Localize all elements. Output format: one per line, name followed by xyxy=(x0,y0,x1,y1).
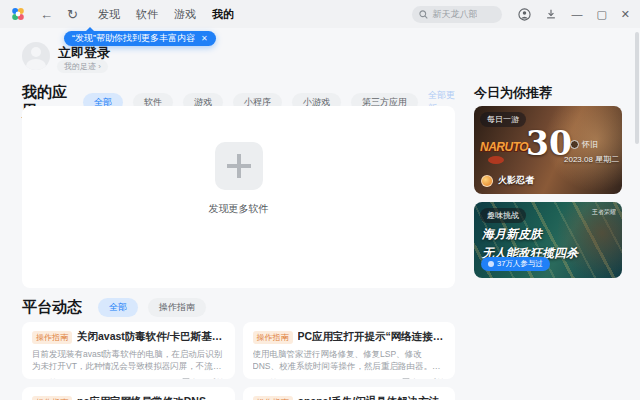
article-tag: 操作指南 xyxy=(32,331,72,344)
top-nav: 发现 软件 游戏 我的 xyxy=(98,7,234,22)
avatar[interactable] xyxy=(22,42,50,70)
news-tab-all[interactable]: 全部 xyxy=(98,298,138,317)
calendar-tag: 怀旧 xyxy=(570,139,598,150)
maximize-button[interactable]: ▢ xyxy=(596,9,606,20)
account-icon[interactable] xyxy=(518,8,531,21)
article-time: 29天前 xyxy=(253,377,278,379)
daily-game-card[interactable]: 每日一游 NARUTO 30 怀旧 2023.08 星期二 火影忍者 xyxy=(474,106,622,194)
titlebar: ← ↻ 发现 软件 游戏 我的 新天龙八部 — ▢ ✕ xyxy=(0,0,640,28)
search-placeholder: 新天龙八部 xyxy=(432,8,477,21)
search-icon xyxy=(419,10,428,19)
article-title: openal丢失/闪退具体解决方法 xyxy=(298,395,440,400)
feedback-link[interactable]: 问题反馈 xyxy=(402,377,445,379)
article-tag: 操作指南 xyxy=(253,331,293,344)
nav-tab-mine[interactable]: 我的 xyxy=(212,7,234,22)
news-title: 平台动态 xyxy=(22,298,82,317)
search-input[interactable]: 新天龙八部 xyxy=(412,6,502,23)
nav-tab-discover[interactable]: 发现 xyxy=(98,7,120,22)
feedback-link[interactable]: 问题反馈 xyxy=(182,377,225,379)
discover-more-label: 发现更多软件 xyxy=(22,202,455,216)
minimize-button[interactable]: — xyxy=(571,9,582,20)
participants-icon xyxy=(488,261,494,267)
game-avatar-icon xyxy=(481,175,493,187)
game-watermark: 王者荣耀 xyxy=(592,208,616,217)
article-title: pc应用宝网络异常修改DNS教程 xyxy=(77,395,225,400)
daily-game-badge: 每日一游 xyxy=(480,112,526,127)
feedback-bubble-icon xyxy=(402,378,410,379)
game-row: 火影忍者 xyxy=(481,174,534,187)
naruto-logo: NARUTO xyxy=(480,140,528,154)
participants-pill: 37万人参与过 xyxy=(481,257,550,271)
article-card[interactable]: 操作指南 openal丢失/闪退具体解决方法 xyxy=(243,387,456,400)
articles-grid: 操作指南 关闭avast防毒软件/卡巴斯基减少卡顿现象 目前发现装有avast防… xyxy=(22,322,455,400)
download-icon[interactable] xyxy=(545,8,557,20)
news-tab-guide[interactable]: 操作指南 xyxy=(148,298,206,317)
challenge-card[interactable]: 趣味挑战 王者荣耀 海月新皮肤 无人能敌狂揽四杀 37万人参与过 xyxy=(474,202,622,278)
article-tag: 操作指南 xyxy=(32,396,72,400)
article-title: PC应用宝打开提示“网络连接错误” xyxy=(298,330,446,344)
naruto-swirl-icon xyxy=(488,156,504,164)
article-body: 目前发现装有avast防毒软件的电脑，在启动后识别为未打开VT，此种情况会导致模… xyxy=(32,348,225,373)
close-button[interactable]: ✕ xyxy=(621,9,630,20)
scrollbar-track xyxy=(635,30,639,398)
article-time: 26天前 xyxy=(32,377,57,379)
scrollbar-thumb[interactable] xyxy=(635,32,639,144)
article-card[interactable]: 操作指南 PC应用宝打开提示“网络连接错误” 使用电脑管家进行网络修复、修复LS… xyxy=(243,322,456,379)
game-name: 火影忍者 xyxy=(498,174,534,187)
article-body: 使用电脑管家进行网络修复、修复LSP、修改DNS、校准系统时间等操作，然后重启路… xyxy=(253,348,446,373)
add-app-tile[interactable] xyxy=(215,142,263,190)
refresh-icon[interactable]: ↻ xyxy=(67,8,78,21)
article-card[interactable]: 操作指南 pc应用宝网络异常修改DNS教程 xyxy=(22,387,235,400)
article-title: 关闭avast防毒软件/卡巴斯基减少卡顿现象 xyxy=(77,330,225,344)
nav-tab-software[interactable]: 软件 xyxy=(136,7,158,22)
calendar-date: 2023.08 星期二 xyxy=(564,154,619,165)
footprints-link[interactable]: 我的足迹 › xyxy=(57,60,108,73)
my-apps-card: 发现更多软件 xyxy=(22,106,455,288)
back-icon[interactable]: ← xyxy=(40,8,53,21)
window-controls: — ▢ ✕ xyxy=(518,8,630,21)
recommend-title: 今日为你推荐 xyxy=(474,84,552,102)
challenge-badge: 趣味挑战 xyxy=(480,208,526,223)
article-card[interactable]: 操作指南 关闭avast防毒软件/卡巴斯基减少卡顿现象 目前发现装有avast防… xyxy=(22,322,235,379)
tooltip-close-icon[interactable]: ✕ xyxy=(201,34,208,43)
article-tag: 操作指南 xyxy=(253,396,293,400)
feedback-bubble-icon xyxy=(182,378,190,379)
nav-tab-games[interactable]: 游戏 xyxy=(174,7,196,22)
news-header: 平台动态 全部 操作指南 xyxy=(22,298,206,317)
app-logo-icon[interactable] xyxy=(10,6,26,22)
calendar-badge-icon xyxy=(570,140,579,149)
